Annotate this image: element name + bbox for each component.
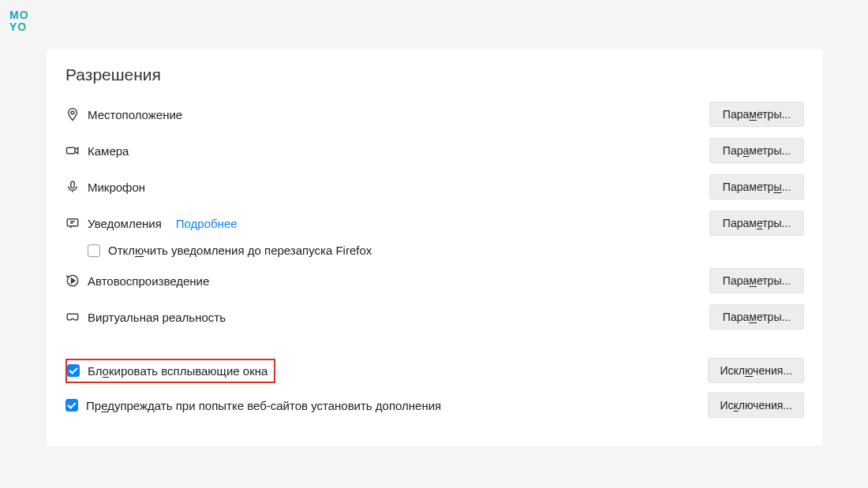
- notifications-row: Уведомления Подробнее Параметры...: [65, 207, 804, 239]
- microphone-settings-button[interactable]: Параметры...: [709, 174, 804, 199]
- microphone-icon: [65, 180, 80, 194]
- vr-row: Виртуальная реальность Параметры...: [65, 301, 804, 333]
- block-popup-row: Блокировать всплывающие окна Исключения.…: [65, 355, 804, 386]
- notifications-label: Уведомления: [88, 217, 162, 230]
- notifications-disable-checkbox[interactable]: [88, 244, 100, 257]
- warn-addons-checkbox[interactable]: [65, 399, 78, 412]
- block-popup-checkbox[interactable]: [67, 364, 80, 377]
- autoplay-settings-button[interactable]: Параметры...: [709, 268, 804, 293]
- svg-rect-2: [71, 181, 75, 188]
- vr-settings-button[interactable]: Параметры...: [709, 304, 804, 330]
- location-icon: [65, 107, 80, 121]
- block-popup-label: Блокировать всплывающие окна: [88, 364, 268, 378]
- location-row: Местоположение Параметры...: [65, 99, 804, 130]
- location-label: Местоположение: [88, 108, 182, 121]
- notifications-learn-more-link[interactable]: Подробнее: [176, 217, 238, 230]
- autoplay-row: Автовоспроизведение Параметры...: [65, 265, 804, 296]
- microphone-label: Микрофон: [88, 181, 145, 194]
- autoplay-icon: [65, 274, 80, 288]
- svg-point-0: [71, 111, 74, 114]
- vr-icon: [65, 310, 80, 324]
- moyo-logo: MO YO: [9, 9, 29, 32]
- notifications-disable-row: Отключить уведомления до перезапуска Fir…: [65, 244, 804, 257]
- permissions-title: Разрешения: [65, 65, 804, 84]
- warn-addons-row: Предупреждать при попытке веб-сайтов уст…: [65, 389, 804, 421]
- notifications-settings-button[interactable]: Параметры...: [709, 210, 804, 236]
- warn-addons-exceptions-button[interactable]: Исключения...: [708, 393, 804, 418]
- block-section: Блокировать всплывающие окна Исключения.…: [65, 355, 804, 421]
- svg-rect-1: [67, 147, 76, 154]
- camera-settings-button[interactable]: Параметры...: [709, 138, 804, 163]
- warn-addons-label: Предупреждать при попытке веб-сайтов уст…: [86, 399, 441, 412]
- location-settings-button[interactable]: Параметры...: [709, 102, 804, 127]
- camera-icon: [65, 143, 80, 158]
- block-popup-highlight: Блокировать всплывающие окна: [65, 359, 275, 383]
- permissions-panel: Разрешения Местоположение Параметры... К…: [47, 50, 823, 446]
- block-popup-exceptions-button[interactable]: Исключения...: [708, 358, 804, 383]
- microphone-row: Микрофон Параметры...: [65, 171, 804, 203]
- vr-label: Виртуальная реальность: [88, 311, 226, 324]
- autoplay-label: Автовоспроизведение: [88, 274, 209, 288]
- notifications-icon: [65, 216, 80, 230]
- camera-label: Камера: [88, 144, 129, 158]
- camera-row: Камера Параметры...: [65, 135, 804, 166]
- notifications-disable-label: Отключить уведомления до перезапуска Fir…: [108, 244, 372, 257]
